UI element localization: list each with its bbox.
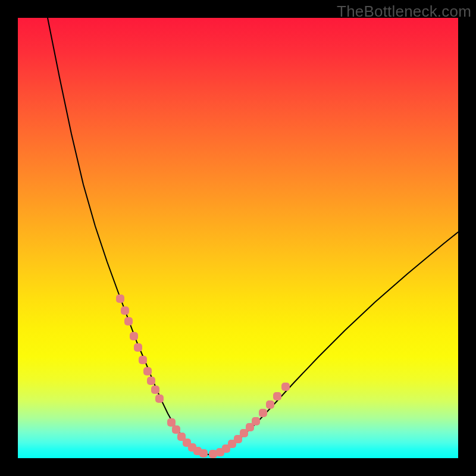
data-marker bbox=[172, 425, 180, 434]
data-marker bbox=[130, 332, 138, 340]
data-marker bbox=[252, 417, 260, 425]
data-marker bbox=[199, 449, 208, 458]
data-marker bbox=[281, 383, 290, 391]
chart-frame: TheBottleneck.com bbox=[0, 0, 476, 476]
data-marker bbox=[167, 418, 176, 427]
marker-layer bbox=[116, 295, 290, 458]
data-marker bbox=[147, 377, 155, 385]
plot-area bbox=[18, 18, 458, 458]
data-marker bbox=[209, 450, 217, 458]
data-marker bbox=[259, 409, 267, 417]
data-marker bbox=[124, 317, 133, 325]
data-marker bbox=[273, 392, 281, 400]
data-marker bbox=[139, 356, 147, 364]
data-marker bbox=[116, 295, 124, 303]
curve-svg bbox=[18, 18, 458, 458]
data-marker bbox=[134, 343, 142, 352]
data-marker bbox=[266, 400, 274, 409]
bottleneck-curve bbox=[48, 18, 458, 455]
data-marker bbox=[121, 306, 129, 315]
data-marker bbox=[143, 367, 152, 375]
data-marker bbox=[151, 386, 159, 394]
data-marker bbox=[155, 394, 164, 403]
